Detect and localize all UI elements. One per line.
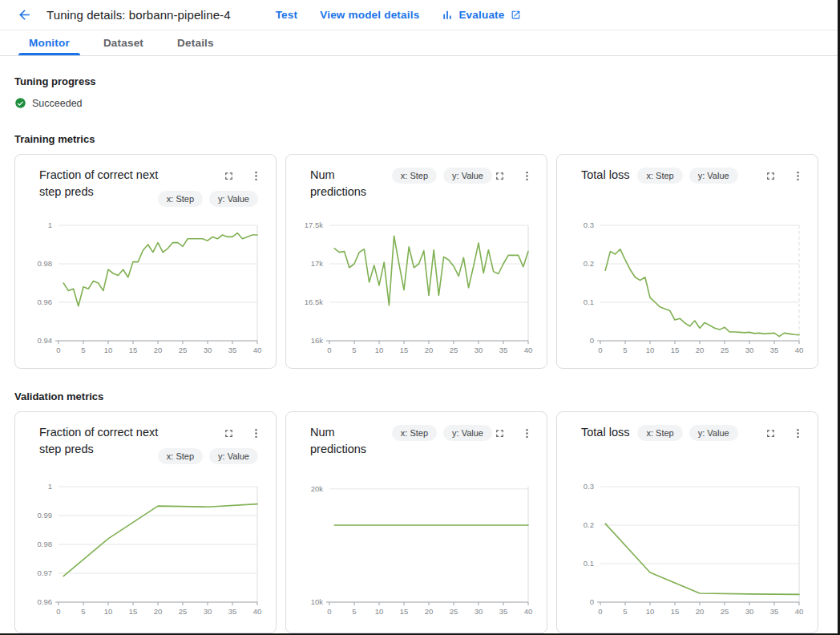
line-chart: 0.940.960.9810510152025303540 bbox=[22, 214, 265, 362]
svg-text:5: 5 bbox=[81, 346, 85, 354]
line-chart: 00.10.20.30510152025303540 bbox=[563, 214, 807, 362]
bar-chart-icon bbox=[442, 10, 453, 21]
tuning-progress-heading: Tuning progress bbox=[14, 56, 838, 87]
svg-text:0.2: 0.2 bbox=[584, 520, 594, 529]
svg-text:15: 15 bbox=[129, 607, 138, 616]
app-header: Tuning details: borbann-pipeline-4 Test … bbox=[0, 0, 838, 30]
svg-text:30: 30 bbox=[475, 346, 483, 354]
svg-text:5: 5 bbox=[352, 346, 356, 354]
three-dot-menu-icon[interactable] bbox=[519, 426, 534, 440]
svg-text:25: 25 bbox=[450, 346, 458, 354]
x-axis-chip: x: Step bbox=[637, 425, 682, 441]
svg-text:30: 30 bbox=[745, 346, 754, 354]
test-button[interactable]: Test bbox=[265, 4, 309, 26]
svg-text:20: 20 bbox=[696, 346, 705, 354]
svg-text:25: 25 bbox=[721, 607, 729, 616]
svg-text:10k: 10k bbox=[311, 597, 324, 606]
validation-cards-row: Fraction of correct next step preds x: S… bbox=[14, 411, 838, 633]
chart-title: Total loss bbox=[581, 424, 629, 441]
axis-chips: x: Step y: Value bbox=[637, 425, 737, 441]
svg-text:10: 10 bbox=[646, 607, 655, 616]
chart-card-validation-total-loss: Total loss x: Step y: Value 00.10.20.305… bbox=[556, 411, 818, 633]
x-axis-chip: x: Step bbox=[392, 425, 437, 441]
svg-text:30: 30 bbox=[204, 607, 212, 616]
three-dot-menu-icon[interactable] bbox=[790, 426, 805, 440]
svg-text:25: 25 bbox=[179, 346, 188, 354]
x-axis-chip: x: Step bbox=[158, 191, 203, 207]
svg-text:1: 1 bbox=[48, 482, 52, 491]
fullscreen-icon[interactable] bbox=[763, 426, 777, 440]
main-content: Tuning progress Succeeded Training metri… bbox=[0, 56, 838, 633]
check-circle-icon bbox=[14, 97, 26, 109]
line-chart: 10k20k0510152025303540 bbox=[293, 475, 536, 623]
svg-text:25: 25 bbox=[721, 346, 729, 354]
svg-text:16k: 16k bbox=[311, 336, 324, 345]
svg-text:0.97: 0.97 bbox=[38, 568, 53, 577]
fullscreen-icon[interactable] bbox=[221, 168, 236, 183]
x-axis-chip: x: Step bbox=[637, 168, 682, 184]
svg-text:0: 0 bbox=[56, 607, 60, 616]
axis-chips: x: Step y: Value bbox=[158, 191, 258, 207]
three-dot-menu-icon[interactable] bbox=[248, 168, 263, 183]
svg-text:5: 5 bbox=[623, 607, 627, 616]
svg-text:20: 20 bbox=[696, 607, 705, 616]
y-axis-chip: y: Value bbox=[443, 168, 492, 184]
svg-text:0.1: 0.1 bbox=[584, 559, 594, 568]
svg-text:40: 40 bbox=[795, 346, 804, 354]
svg-text:0: 0 bbox=[56, 346, 60, 354]
page-title: Tuning details: borbann-pipeline-4 bbox=[46, 8, 231, 22]
fullscreen-icon[interactable] bbox=[492, 426, 507, 440]
fullscreen-icon[interactable] bbox=[492, 168, 507, 183]
three-dot-menu-icon[interactable] bbox=[519, 168, 534, 183]
svg-text:0.2: 0.2 bbox=[584, 259, 594, 268]
svg-text:20: 20 bbox=[154, 346, 163, 354]
y-axis-chip: y: Value bbox=[209, 191, 258, 207]
svg-text:35: 35 bbox=[499, 607, 508, 616]
tab-bar: Monitor Dataset Details bbox=[0, 30, 838, 56]
chart-card-validation-fraction: Fraction of correct next step preds x: S… bbox=[14, 411, 277, 633]
svg-text:15: 15 bbox=[671, 607, 680, 616]
svg-text:0.96: 0.96 bbox=[38, 297, 53, 306]
evaluate-button[interactable]: Evaluate bbox=[430, 4, 531, 26]
svg-text:40: 40 bbox=[253, 607, 262, 616]
svg-text:20: 20 bbox=[425, 346, 434, 354]
svg-text:17.5k: 17.5k bbox=[305, 220, 323, 229]
chart-card-training-fraction: Fraction of correct next step preds x: S… bbox=[14, 154, 277, 369]
three-dot-menu-icon[interactable] bbox=[790, 168, 805, 183]
svg-text:10: 10 bbox=[104, 607, 113, 616]
svg-text:15: 15 bbox=[129, 346, 138, 354]
svg-text:35: 35 bbox=[228, 607, 237, 616]
svg-text:40: 40 bbox=[253, 346, 262, 354]
svg-text:0: 0 bbox=[590, 336, 594, 345]
chart-card-training-total-loss: Total loss x: Step y: Value 00.10.20.305… bbox=[556, 154, 818, 369]
tab-dataset[interactable]: Dataset bbox=[87, 30, 160, 55]
svg-text:1: 1 bbox=[48, 220, 52, 229]
open-in-new-icon bbox=[511, 10, 521, 20]
line-chart: 00.10.20.30510152025303540 bbox=[563, 475, 807, 623]
tab-details[interactable]: Details bbox=[160, 30, 231, 55]
y-axis-chip: y: Value bbox=[209, 448, 258, 464]
axis-chips: x: Step y: Value bbox=[392, 425, 492, 441]
svg-text:16.5k: 16.5k bbox=[305, 297, 323, 306]
svg-text:0.98: 0.98 bbox=[38, 540, 53, 548]
view-model-details-button[interactable]: View model details bbox=[309, 4, 430, 26]
svg-text:0: 0 bbox=[327, 607, 331, 616]
svg-text:0.94: 0.94 bbox=[38, 336, 53, 345]
svg-text:35: 35 bbox=[228, 346, 237, 354]
status-label: Succeeded bbox=[32, 98, 83, 109]
svg-text:0.96: 0.96 bbox=[38, 597, 53, 606]
tab-monitor[interactable]: Monitor bbox=[12, 30, 87, 55]
svg-text:15: 15 bbox=[400, 607, 409, 616]
fullscreen-icon[interactable] bbox=[763, 168, 777, 183]
svg-text:0: 0 bbox=[327, 346, 331, 354]
chart-title: Num predictions bbox=[310, 167, 384, 200]
svg-text:0.3: 0.3 bbox=[584, 482, 594, 491]
training-cards-row: Fraction of correct next step preds x: S… bbox=[14, 154, 838, 369]
tuning-details-page: { "header": { "title": "Tuning details: … bbox=[0, 0, 840, 635]
fullscreen-icon[interactable] bbox=[221, 426, 236, 440]
svg-text:10: 10 bbox=[375, 607, 384, 616]
y-axis-chip: y: Value bbox=[443, 425, 492, 441]
line-chart: 0.960.970.980.9910510152025303540 bbox=[22, 475, 265, 623]
three-dot-menu-icon[interactable] bbox=[248, 426, 263, 440]
back-arrow-icon[interactable] bbox=[11, 2, 37, 28]
